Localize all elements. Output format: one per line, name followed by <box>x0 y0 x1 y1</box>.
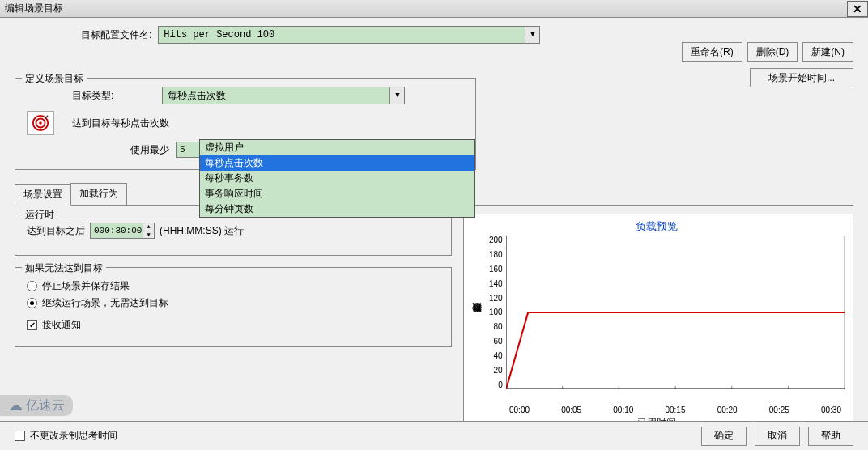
content: 目标配置文件名: Hits per Second 100 ▼ 重命名(R) 删除… <box>0 18 868 435</box>
goal-type-value: 每秒点击次数 <box>168 89 226 103</box>
radio-stop[interactable]: 停止场景并保存结果 <box>27 279 440 293</box>
goal-type-combo[interactable]: 每秒点击次数 ▼ <box>162 87 405 104</box>
runtime-fieldset: 运行时 达到目标之后 000:30:00 ▲▼ (HHH:MM:SS) 运行 <box>15 214 452 256</box>
goal-legend: 定义场景目标 <box>22 72 87 86</box>
profile-value: Hits per Second 100 <box>164 29 274 40</box>
spin-buttons[interactable]: ▲▼ <box>143 223 154 238</box>
profile-label: 目标配置文件名: <box>81 28 151 42</box>
chart-title: 负载预览 <box>469 219 845 234</box>
chart-ylabel: 每秒点击次数 <box>469 236 486 405</box>
ok-button[interactable]: 确定 <box>701 427 747 446</box>
chart-plot <box>506 236 845 389</box>
help-button[interactable]: 帮助 <box>808 427 853 446</box>
profile-combo[interactable]: Hits per Second 100 ▼ <box>158 26 540 44</box>
target-icon <box>27 111 54 135</box>
cloud-icon: ☁ <box>8 397 23 414</box>
chart-panel: 负载预览 每秒点击次数 200 180 160 140 120 100 80 6… <box>463 214 853 435</box>
fail-fieldset: 如果无法达到目标 停止场景并保存结果 继续运行场景，无需达到目标 ✔ 接收通知 <box>15 267 452 347</box>
rename-button[interactable]: 重命名(R) <box>682 42 742 62</box>
window-title: 编辑场景目标 <box>5 2 63 15</box>
top-button-row: 重命名(R) 删除(D) 新建(N) <box>682 42 853 62</box>
new-button[interactable]: 新建(N) <box>802 42 853 62</box>
start-time-button[interactable]: 场景开始时间... <box>750 68 853 87</box>
bottom-bar: 不更改录制思考时间 确定 取消 帮助 <box>0 421 868 450</box>
chevron-down-icon[interactable]: ▼ <box>389 87 404 104</box>
reach-label: 达到目标每秒点击次数 <box>72 117 169 130</box>
dropdown-option[interactable]: 每秒事务数 <box>200 171 474 186</box>
watermark: ☁ 亿速云 <box>0 395 73 416</box>
goal-type-dropdown[interactable]: 虚拟用户 每秒点击次数 每秒事务数 事务响应时间 每分钟页数 <box>199 139 475 218</box>
goal-type-label: 目标类型: <box>72 89 113 103</box>
runtime-legend: 运行时 <box>22 208 57 222</box>
titlebar: 编辑场景目标 ✕ <box>0 0 868 18</box>
duration-suffix: (HHH:MM:SS) 运行 <box>160 224 244 238</box>
delete-button[interactable]: 删除(D) <box>747 42 798 62</box>
duration-input[interactable]: 000:30:00 ▲▼ <box>90 223 155 239</box>
tab-settings[interactable]: 场景设置 <box>15 184 71 206</box>
chart-yaxis: 200 180 160 140 120 100 80 60 40 20 0 <box>486 236 506 389</box>
dropdown-option[interactable]: 每分钟页数 <box>200 202 474 217</box>
start-time-row: 场景开始时间... <box>750 68 853 87</box>
min-label: 使用最少 <box>130 143 169 157</box>
dropdown-option[interactable]: 每秒点击次数 <box>200 155 474 171</box>
tab-content: 运行时 达到目标之后 000:30:00 ▲▼ (HHH:MM:SS) 运行 如… <box>15 214 853 435</box>
chart-series-line <box>506 312 845 389</box>
fail-legend: 如果无法达到目标 <box>22 261 106 275</box>
profile-row: 目标配置文件名: Hits per Second 100 ▼ <box>81 26 853 44</box>
check-notify[interactable]: ✔ 接收通知 <box>27 318 440 332</box>
svg-point-2 <box>39 121 42 125</box>
dropdown-option[interactable]: 虚拟用户 <box>200 140 474 155</box>
chart-xaxis: 00:00 00:05 00:10 00:15 00:20 00:25 00:3… <box>509 405 845 414</box>
after-goal-label: 达到目标之后 <box>27 224 85 238</box>
chevron-down-icon[interactable]: ▼ <box>525 27 539 43</box>
radio-continue[interactable]: 继续运行场景，无需达到目标 <box>27 296 440 310</box>
dropdown-option[interactable]: 事务响应时间 <box>200 186 474 202</box>
think-time-check[interactable]: 不更改录制思考时间 <box>15 429 117 443</box>
tab-load[interactable]: 加载行为 <box>70 183 127 205</box>
cancel-button[interactable]: 取消 <box>755 427 800 446</box>
close-button[interactable]: ✕ <box>847 1 868 17</box>
